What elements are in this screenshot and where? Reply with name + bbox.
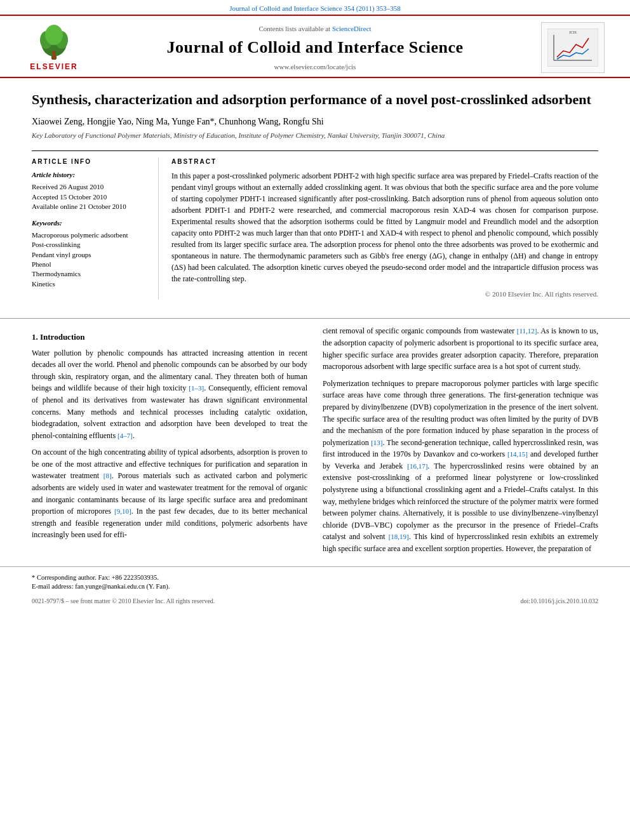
authors: Xiaowei Zeng, Hongjie Yao, Ning Ma, Yung…	[32, 116, 598, 128]
body-right-col: cient removal of specific organic compou…	[323, 325, 598, 559]
available-date: Available online 21 October 2010	[32, 202, 149, 211]
article-info-abstract: ARTICLE INFO Article history: Received 2…	[32, 150, 598, 299]
elsevier-text: ELSEVIER	[30, 62, 77, 72]
author-list: Xiaowei Zeng, Hongjie Yao, Ning Ma, Yung…	[32, 117, 324, 126]
history-label: Article history:	[32, 170, 149, 180]
journal-title: Journal of Colloid and Interface Science	[89, 36, 541, 59]
journal-logo-icon: JCIS	[547, 29, 598, 67]
elsevier-tree-icon	[29, 23, 79, 62]
contents-line: Contents lists available at ScienceDirec…	[89, 24, 541, 34]
footer-issn: 0021-9797/$ – see front matter © 2010 El…	[32, 597, 215, 606]
body-two-col: 1. Introduction Water pollution by pheno…	[32, 325, 598, 559]
svg-point-5	[52, 51, 56, 55]
svg-rect-7	[547, 29, 598, 67]
article-title: Synthesis, characterization and adsorpti…	[32, 91, 598, 109]
header-center: Contents lists available at ScienceDirec…	[89, 24, 541, 72]
accepted-date: Accepted 15 October 2010	[32, 192, 149, 202]
footnote-email: E-mail address: fan.yunge@nankai.edu.cn …	[32, 582, 598, 592]
ref-1-3: [1–3]	[189, 384, 204, 392]
received-date: Received 26 August 2010	[32, 182, 149, 192]
main-body: 1. Introduction Water pollution by pheno…	[0, 325, 630, 559]
footer-area: * Corresponding author. Fax: +86 2223503…	[0, 566, 630, 610]
journal-citation: Journal of Colloid and Interface Science…	[229, 4, 401, 12]
keyword-3: Pendant vinyl groups	[32, 250, 149, 260]
footnote-corresponding: * Corresponding author. Fax: +86 2223503…	[32, 573, 598, 583]
ref-14-15: [14,15]	[507, 450, 528, 458]
keyword-6: Kinetics	[32, 279, 149, 289]
journal-url: www.elsevier.com/locate/jcis	[89, 62, 541, 72]
abstract-text: In this paper a post-crosslinked polymer…	[171, 170, 598, 284]
ref-13: [13]	[371, 439, 382, 446]
copyright: © 2010 Elsevier Inc. All rights reserved…	[171, 290, 598, 299]
article-info-label: ARTICLE INFO	[32, 157, 149, 166]
section-divider	[0, 318, 630, 319]
keyword-2: Post-crosslinking	[32, 240, 149, 250]
header-area: ELSEVIER Contents lists available at Sci…	[0, 16, 630, 78]
svg-text:JCIS: JCIS	[569, 30, 577, 34]
keyword-1: Macroporous polymeric adsorbent	[32, 230, 149, 240]
right-logo-area: JCIS	[541, 22, 611, 73]
footer-doi: doi:10.1016/j.jcis.2010.10.032	[521, 597, 599, 606]
right-para-1: cient removal of specific organic compou…	[323, 325, 598, 372]
article-info-col: ARTICLE INFO Article history: Received 2…	[32, 157, 159, 299]
keyword-5: Thermodynamics	[32, 269, 149, 279]
abstract-label: ABSTRACT	[171, 157, 598, 166]
ref-9-10: [9,10]	[114, 507, 131, 515]
right-para-2: Polymerization techniques to prepare mac…	[323, 378, 598, 555]
right-logo-box: JCIS	[541, 22, 605, 73]
svg-rect-6	[52, 55, 56, 60]
elsevier-logo: ELSEVIER	[19, 23, 89, 72]
body-left-col: 1. Introduction Water pollution by pheno…	[32, 325, 307, 559]
ref-4-7: [4–7]	[117, 432, 133, 439]
intro-heading: 1. Introduction	[32, 331, 307, 343]
sciencedirect-link[interactable]: ScienceDirect	[332, 25, 372, 32]
keywords-label: Keywords:	[32, 218, 149, 228]
affiliation: Key Laboratory of Functional Polymer Mat…	[32, 131, 598, 140]
keyword-4: Phenol	[32, 260, 149, 269]
intro-para-2: On account of the high concentrating abi…	[32, 446, 307, 541]
article-content: Synthesis, characterization and adsorpti…	[0, 78, 630, 312]
ref-16-17: [16,17]	[407, 462, 427, 470]
journal-top-bar: Journal of Colloid and Interface Science…	[0, 0, 630, 16]
svg-point-4	[45, 25, 63, 45]
ref-11-12: [11,12]	[517, 327, 537, 335]
page: Journal of Colloid and Interface Science…	[0, 0, 630, 840]
catalyst-word: catalyst	[551, 485, 574, 494]
ref-18-19: [18,19]	[389, 533, 409, 540]
intro-para-1: Water pollution by phenolic compounds ha…	[32, 347, 307, 442]
ref-8: [8]	[104, 472, 112, 479]
footer-bottom: 0021-9797/$ – see front matter © 2010 El…	[32, 597, 598, 606]
abstract-col: ABSTRACT In this paper a post-crosslinke…	[171, 157, 598, 299]
